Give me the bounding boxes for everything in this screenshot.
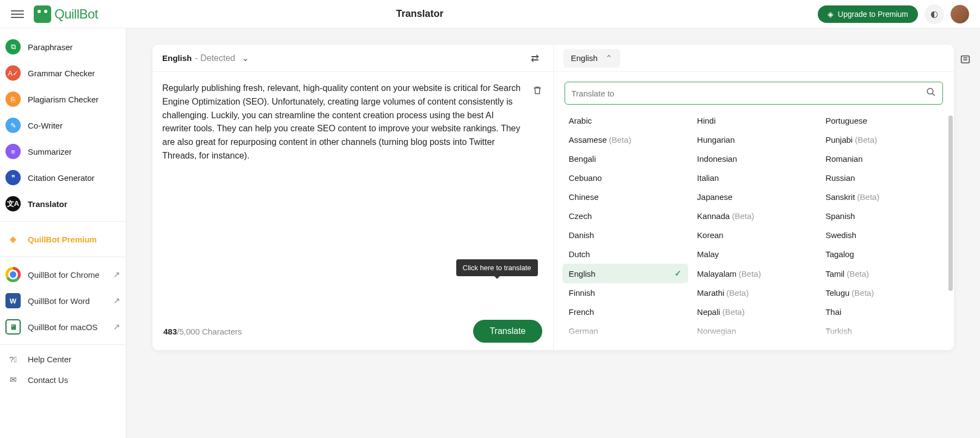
sidebar-item-word[interactable]: WQuillBot for Word↗ <box>0 288 126 314</box>
language-name: Kannada <box>697 211 730 221</box>
target-lang-selector[interactable]: English ⌃ <box>564 49 620 68</box>
language-name: Sanskrit <box>825 192 855 202</box>
source-lang-selector[interactable]: English - Detected ⌄ ⇄ <box>152 45 553 72</box>
svg-line-4 <box>932 93 935 96</box>
sidebar-item-help[interactable]: ?⃝Help Center <box>0 349 126 369</box>
language-option[interactable]: Spanish <box>819 206 945 226</box>
swap-languages-button[interactable]: ⇄ <box>526 48 543 69</box>
language-option[interactable]: Thai <box>819 302 945 321</box>
language-name: Hindi <box>697 116 715 125</box>
sidebar-item-citation[interactable]: ❞Citation Generator <box>0 165 126 191</box>
svg-point-3 <box>927 88 933 94</box>
language-name: Romanian <box>825 154 862 163</box>
language-name: Indonesian <box>697 154 737 163</box>
sidebar-item-label: QuillBot for Chrome <box>28 270 100 279</box>
sidebar-item-macos[interactable]: 🖥QuillBot for macOS↗ <box>0 314 126 340</box>
count-used: 483 <box>163 327 177 336</box>
language-option[interactable]: Malay <box>690 245 817 264</box>
language-option[interactable]: Korean <box>690 226 817 245</box>
language-grid: ArabicHindiPortugueseAssamese (Beta)Hung… <box>561 111 947 340</box>
sidebar-item-label: Help Center <box>28 355 71 364</box>
language-name: Spanish <box>825 211 855 221</box>
language-name: Swedish <box>825 230 856 240</box>
chevron-up-icon: ⌃ <box>605 53 612 63</box>
sidebar-item-chrome[interactable]: QuillBot for Chrome↗ <box>0 261 126 288</box>
scrollbar-thumb[interactable] <box>948 115 953 291</box>
language-option[interactable]: Turkish <box>819 321 945 340</box>
language-option[interactable]: Bengali <box>562 149 689 168</box>
language-option[interactable]: Danish <box>562 226 689 245</box>
language-option[interactable]: German <box>562 321 689 340</box>
language-option[interactable]: Tagalog <box>819 245 945 264</box>
scrollbar-track[interactable] <box>948 115 953 349</box>
language-option[interactable]: Sanskrit (Beta) <box>819 187 945 206</box>
dark-mode-toggle[interactable]: ◐ <box>924 4 944 24</box>
check-icon: ✓ <box>675 269 682 278</box>
avatar[interactable] <box>951 5 969 23</box>
beta-badge: (Beta) <box>855 135 877 144</box>
sidebar-item-plagiarism[interactable]: ⎘Plagiarism Checker <box>0 86 126 112</box>
sidebar-item-label: QuillBot Premium <box>28 235 97 244</box>
language-option[interactable]: Romanian <box>819 149 945 168</box>
language-option[interactable]: Norwegian <box>690 321 817 340</box>
language-option[interactable]: Malayalam (Beta) <box>690 264 817 283</box>
language-option[interactable]: Finnish <box>562 283 689 302</box>
language-search-input[interactable] <box>572 89 927 98</box>
sidebar-item-label: Grammar Checker <box>28 69 95 78</box>
main-content: English - Detected ⌄ ⇄ Click here to tra… <box>126 28 980 438</box>
language-option[interactable]: Indonesian <box>690 149 817 168</box>
source-footer: 483/5,000 Characters Translate <box>152 312 553 350</box>
language-name: Telugu <box>825 288 849 297</box>
language-option[interactable]: Arabic <box>562 111 689 130</box>
language-name: English <box>569 269 596 278</box>
language-name: French <box>569 307 595 317</box>
language-option[interactable]: Russian <box>819 168 945 187</box>
sidebar-item-label: Summarizer <box>28 147 72 156</box>
language-option[interactable]: Czech <box>562 206 689 226</box>
mail-icon: ✉ <box>5 375 21 385</box>
language-name: Finnish <box>569 288 595 297</box>
language-name: Italian <box>697 173 719 182</box>
source-pane: English - Detected ⌄ ⇄ Click here to tra… <box>152 45 554 350</box>
language-name: Japanese <box>697 192 732 202</box>
sidebar-item-summarizer[interactable]: ≡Summarizer <box>0 138 126 165</box>
language-option[interactable]: Chinese <box>562 187 689 206</box>
clear-text-button[interactable] <box>529 82 546 102</box>
language-option[interactable]: Italian <box>690 168 817 187</box>
language-option[interactable]: Dutch <box>562 245 689 264</box>
language-option[interactable]: Telugu (Beta) <box>819 283 945 302</box>
language-option[interactable]: English✓ <box>562 264 689 283</box>
divider <box>0 257 126 257</box>
language-option[interactable]: Kannada (Beta) <box>690 206 817 226</box>
history-button[interactable] <box>956 50 975 71</box>
cowriter-icon: ✎ <box>5 118 21 133</box>
header-actions: ◈ Upgrade to Premium ◐ <box>818 4 969 24</box>
sidebar-item-grammar[interactable]: A✓Grammar Checker <box>0 60 126 86</box>
sidebar-item-paraphraser[interactable]: ⧉Paraphraser <box>0 34 126 60</box>
sidebar-item-cowriter[interactable]: ✎Co-Writer <box>0 112 126 138</box>
translate-button[interactable]: Translate <box>473 320 542 343</box>
beta-badge: (Beta) <box>726 288 749 297</box>
language-option[interactable]: Punjabi (Beta) <box>819 130 945 149</box>
language-option[interactable]: Swedish <box>819 226 945 245</box>
language-option[interactable]: Portuguese <box>819 111 945 130</box>
language-option[interactable]: Japanese <box>690 187 817 206</box>
source-lang-main: English <box>162 53 192 63</box>
sidebar-item-premium[interactable]: ◈QuillBot Premium <box>0 226 126 252</box>
premium-icon: ◈ <box>5 232 21 247</box>
language-option[interactable]: Tamil (Beta) <box>819 264 945 283</box>
language-option[interactable]: Marathi (Beta) <box>690 283 817 302</box>
sidebar-item-contact[interactable]: ✉Contact Us <box>0 369 126 390</box>
language-option[interactable]: Cebuano <box>562 168 689 187</box>
language-option[interactable]: Hindi <box>690 111 817 130</box>
source-text-input[interactable] <box>162 82 543 312</box>
language-option[interactable]: Nepali (Beta) <box>690 302 817 321</box>
language-option[interactable]: Hungarian <box>690 130 817 149</box>
sidebar-item-translator[interactable]: 文ATranslator <box>0 191 126 217</box>
upgrade-button[interactable]: ◈ Upgrade to Premium <box>818 5 918 23</box>
sidebar-item-label: QuillBot for macOS <box>28 323 97 332</box>
language-name: Hungarian <box>697 135 734 144</box>
sidebar: ⧉Paraphraser A✓Grammar Checker ⎘Plagiari… <box>0 28 126 438</box>
language-option[interactable]: Assamese (Beta) <box>562 130 689 149</box>
language-option[interactable]: French <box>562 302 689 321</box>
